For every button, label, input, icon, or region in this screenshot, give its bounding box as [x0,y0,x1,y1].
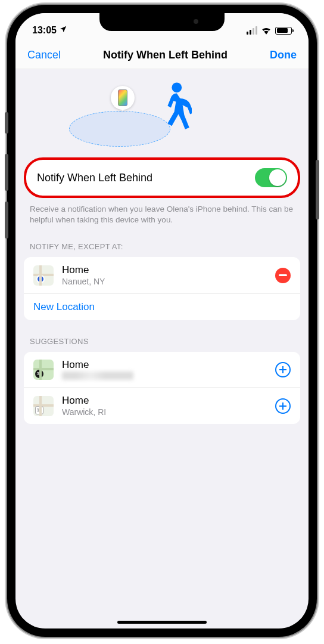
suggestions-section-header: SUGGESTIONS [24,320,300,352]
mute-switch [5,112,8,134]
notify-toggle-row[interactable]: Notify When Left Behind [24,157,300,198]
map-thumbnail-icon: 17 [33,396,54,416]
suggestions-list: 36 Home 17 Home Warwick, RI [24,352,300,424]
suggestion-row[interactable]: 36 Home [24,352,300,387]
battery-icon [275,27,292,35]
suggestion-title: Home [62,395,267,407]
new-location-row[interactable]: New Location [24,293,300,320]
iphone-icon [118,89,127,106]
notch [99,13,225,31]
remove-location-button[interactable] [275,268,291,283]
walking-person-icon [158,81,192,135]
power-button [316,160,319,219]
nav-bar: Cancel Notify When Left Behind Done [15,42,309,69]
phone-frame: 13:05 Cancel Notify When Left Behind Don… [7,5,317,637]
done-button[interactable]: Done [270,49,297,61]
except-location-row[interactable]: Home Nanuet, NY [24,257,300,293]
cancel-button[interactable]: Cancel [27,49,61,61]
volume-up-button [5,154,8,191]
screen: 13:05 Cancel Notify When Left Behind Don… [15,13,309,628]
suggestion-subtitle-redacted [62,371,133,380]
home-indicator[interactable] [117,621,207,624]
map-thumbnail-icon [33,265,54,286]
location-services-icon [59,25,67,36]
new-location-label: New Location [33,301,95,313]
cellular-signal-icon [247,26,257,35]
except-location-title: Home [62,264,267,276]
except-section-header: NOTIFY ME, EXCEPT AT: [24,225,300,257]
map-thumbnail-icon: 36 [33,360,54,380]
switch-knob [269,169,286,186]
map-badge: 36 [35,370,43,378]
except-list: Home Nanuet, NY New Location [24,257,300,320]
suggestion-subtitle: Warwick, RI [62,407,267,417]
device-pin-icon [111,86,135,110]
geofence-ellipse-icon [69,111,170,147]
svg-point-0 [172,82,182,92]
volume-down-button [5,202,8,239]
suggestion-title: Home [62,359,267,371]
except-location-subtitle: Nanuet, NY [62,277,267,286]
suggestion-row[interactable]: 17 Home Warwick, RI [24,387,300,424]
toggle-description: Receive a notification when you leave Ol… [24,198,300,225]
page-title: Notify When Left Behind [103,49,228,61]
status-time: 13:05 [32,25,57,36]
add-suggestion-button[interactable] [275,362,291,377]
notify-toggle-switch[interactable] [255,168,287,187]
map-badge: 17 [35,406,43,414]
notify-toggle-label: Notify When Left Behind [37,172,152,184]
hero-illustration [15,69,309,153]
add-suggestion-button[interactable] [275,398,291,414]
wifi-icon [261,26,272,35]
